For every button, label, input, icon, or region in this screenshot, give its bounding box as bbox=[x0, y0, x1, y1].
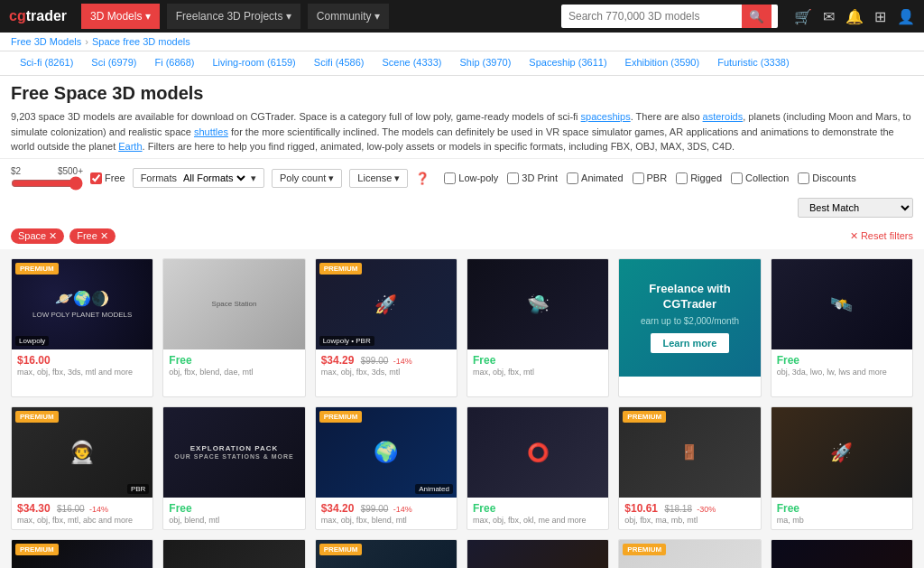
tab-scifi[interactable]: Sci-fi (8261) bbox=[11, 51, 82, 75]
card-price: $34.29 $99.00 -14% bbox=[321, 354, 451, 367]
promo-card[interactable]: Freelance with CGTrader earn up to $2,00… bbox=[618, 258, 761, 397]
model-card[interactable]: 🚶tunnel Free max, obj, fbx bbox=[467, 539, 609, 569]
model-card[interactable]: PREMIUM 🌍 Animated $34.20 $99.00 -14% ma… bbox=[315, 406, 457, 530]
model-card[interactable]: 👾 Free obj, fbx, ma bbox=[771, 539, 913, 569]
tab-living-room[interactable]: Living-room (6159) bbox=[203, 51, 304, 75]
filter-3dprint[interactable]: 3D Print bbox=[507, 172, 558, 184]
card-formats: obj, fbx, blend, dae, mtl bbox=[169, 368, 299, 377]
card-image: 🚶tunnel bbox=[467, 540, 608, 569]
card-info: Free max, obj, fbx, mtl bbox=[467, 349, 608, 381]
card-formats: obj, 3da, lwo, lw, lws and more bbox=[777, 368, 907, 377]
card-price: $34.20 $99.00 -14% bbox=[321, 502, 451, 515]
price-min: $2 bbox=[11, 166, 21, 176]
header-icons: 🛒 ✉ 🔔 ⊞ 👤 bbox=[794, 8, 915, 25]
filter-tag-space[interactable]: Space ✕ bbox=[11, 228, 64, 244]
license-dropdown[interactable]: License ▾ bbox=[349, 169, 408, 188]
card-price: Free bbox=[473, 354, 603, 367]
cart-icon[interactable]: 🛒 bbox=[794, 8, 812, 25]
page-description: 9,203 space 3D models are available for … bbox=[11, 109, 913, 154]
nav-3d-models[interactable]: 3D Models ▾ bbox=[81, 4, 160, 29]
tab-ship[interactable]: Ship (3970) bbox=[450, 51, 520, 75]
tab-scifi2[interactable]: Scifi (4586) bbox=[305, 51, 374, 75]
card-formats: max, obj, fbx, blend, mtl bbox=[321, 516, 451, 525]
sort-select[interactable]: Best Match Newest Price: Low to High Pri… bbox=[798, 198, 913, 218]
tab-fi[interactable]: Fi (6868) bbox=[145, 51, 203, 75]
card-info: $16.00 max, obj, fbx, 3ds, mtl and more bbox=[12, 349, 152, 381]
model-grid-section: PREMIUM 🪐🌍🌒 LOW POLY PLANET MODELS Lowpo… bbox=[0, 249, 924, 569]
bell-icon[interactable]: 🔔 bbox=[845, 8, 864, 25]
free-checkbox[interactable] bbox=[90, 172, 102, 184]
card-image: Space Station bbox=[163, 259, 304, 349]
link-spaceships[interactable]: spaceships bbox=[581, 111, 631, 122]
tab-spaceship[interactable]: Spaceship (3611) bbox=[520, 51, 615, 75]
model-card[interactable]: PREMIUM 🚀 Lowpoly • PBR $34.29 $99.00 -1… bbox=[315, 258, 457, 397]
search-button[interactable]: 🔍 bbox=[742, 5, 772, 28]
card-info: Free ma, mb bbox=[772, 498, 912, 529]
price-max: $500+ bbox=[58, 166, 83, 176]
active-filters: Space ✕ Free ✕ ✕ Reset filters bbox=[0, 225, 924, 249]
nav-freelance[interactable]: Freelance 3D Projects ▾ bbox=[167, 4, 300, 29]
chevron-down-icon: ▾ bbox=[394, 172, 400, 184]
search-bar: 🔍 bbox=[561, 5, 778, 28]
card-info: Free obj, fbx, blend, dae, mtl bbox=[163, 349, 304, 381]
card-price: Free bbox=[169, 502, 299, 515]
user-icon[interactable]: 👤 bbox=[897, 8, 915, 25]
model-card[interactable]: PREMIUM 🚀🚀🚀🛸🛸🛸 $18.00 max, obj, fbx, 3ds bbox=[315, 539, 457, 569]
link-shuttles[interactable]: shuttles bbox=[194, 126, 228, 137]
filter-animated[interactable]: Animated bbox=[567, 172, 623, 184]
tab-exhibition[interactable]: Exhibition (3590) bbox=[616, 51, 709, 75]
model-card[interactable]: ⭕ Free max, obj, fbx, okl, me and more bbox=[467, 406, 609, 530]
header: cgtrader 3D Models ▾ Freelance 3D Projec… bbox=[0, 0, 924, 33]
link-asteroids[interactable]: asteroids bbox=[703, 111, 744, 122]
filter-collection[interactable]: Collection bbox=[731, 172, 789, 184]
promo-button[interactable]: Learn more bbox=[651, 333, 730, 353]
model-card[interactable]: Space Station Free obj, fbx, blend, dae,… bbox=[162, 258, 305, 397]
filter-pbr[interactable]: PBR bbox=[633, 172, 668, 184]
model-card[interactable]: PREMIUM 🚪 $10.61 $18.18 -30% obj, fbx, m… bbox=[618, 406, 761, 530]
card-image: PREMIUM ✈ bbox=[619, 540, 760, 569]
envelope-icon[interactable]: ✉ bbox=[823, 8, 835, 25]
price-slider[interactable] bbox=[11, 176, 83, 191]
model-card[interactable]: 🛸 Free max, obj, fbx, mtl bbox=[467, 258, 609, 397]
model-card[interactable]: PREMIUM 🛸 $24.00 max, obj, fbx bbox=[11, 539, 153, 569]
model-card[interactable]: ✦✧✦ Free obj, fbx, blend bbox=[162, 539, 305, 569]
card-image: PREMIUM 🚀 Lowpoly • PBR bbox=[316, 259, 457, 349]
remove-space-icon[interactable]: ✕ bbox=[49, 230, 57, 242]
free-filter[interactable]: Free bbox=[90, 172, 125, 184]
model-card[interactable]: PREMIUM 👨‍🚀 PBR $34.30 $16.00 -14% max, … bbox=[11, 406, 153, 530]
help-icon[interactable]: ❓ bbox=[415, 172, 430, 185]
grid-icon[interactable]: ⊞ bbox=[874, 8, 886, 25]
model-card[interactable]: PREMIUM 🪐🌍🌒 LOW POLY PLANET MODELS Lowpo… bbox=[11, 258, 153, 397]
filter-discounts[interactable]: Discounts bbox=[798, 172, 855, 184]
model-card[interactable]: PREMIUM ✈ $22.00 obj, fbx, blend, dae bbox=[618, 539, 761, 569]
filter-tag-free[interactable]: Free ✕ bbox=[69, 228, 116, 244]
card-price: Free bbox=[777, 354, 907, 367]
card-price: $16.00 bbox=[17, 354, 147, 367]
formats-dropdown[interactable]: Formats All Formats FBX OBJ MAX ▾ bbox=[133, 168, 264, 188]
model-card[interactable]: 🛰️ Free obj, 3da, lwo, lw, lws and more bbox=[771, 258, 913, 397]
page-title-section: Free Space 3D models 9,203 space 3D mode… bbox=[0, 76, 924, 158]
filter-lowpoly[interactable]: Low-poly bbox=[444, 172, 498, 184]
logo[interactable]: cgtrader bbox=[9, 8, 67, 24]
filter-bar: $2 $500+ Free Formats All Formats FBX OB… bbox=[0, 158, 924, 225]
formats-select[interactable]: All Formats FBX OBJ MAX bbox=[180, 172, 248, 184]
remove-free-icon[interactable]: ✕ bbox=[100, 230, 108, 242]
badge-premium: PREMIUM bbox=[623, 411, 666, 423]
chevron-down-icon: ▾ bbox=[328, 172, 334, 184]
breadcrumb-space[interactable]: Space free 3D models bbox=[92, 36, 190, 47]
card-info: $34.30 $16.00 -14% max, obj, fbx, mtl, a… bbox=[12, 498, 152, 529]
polycount-dropdown[interactable]: Poly count ▾ bbox=[272, 169, 342, 188]
tab-sci[interactable]: Sci (6979) bbox=[82, 51, 145, 75]
reset-filters-link[interactable]: ✕ Reset filters bbox=[850, 230, 913, 242]
model-card[interactable]: EXPLORATION PACKOUR SPACE STATIONS & MOR… bbox=[162, 406, 305, 530]
tab-scene[interactable]: Scene (4333) bbox=[373, 51, 450, 75]
card-formats: max, obj, fbx, okl, me and more bbox=[473, 516, 603, 525]
nav-community[interactable]: Community ▾ bbox=[308, 4, 389, 29]
card-image: PREMIUM 🌍 Animated bbox=[316, 407, 457, 498]
model-card[interactable]: 🚀 Free ma, mb bbox=[771, 406, 913, 530]
filter-rigged[interactable]: Rigged bbox=[676, 172, 722, 184]
tab-futuristic[interactable]: Futuristic (3338) bbox=[708, 51, 798, 75]
search-input[interactable] bbox=[561, 10, 742, 23]
breadcrumb-home[interactable]: Free 3D Models bbox=[11, 36, 81, 47]
link-earth[interactable]: Earth bbox=[118, 141, 142, 152]
